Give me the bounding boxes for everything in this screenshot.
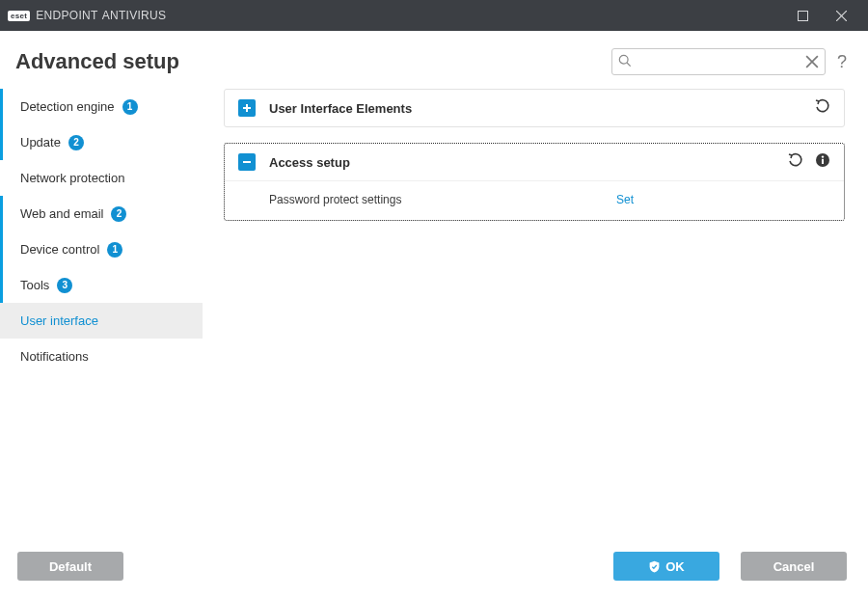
close-icon bbox=[836, 11, 847, 21]
sidebar-badge: 1 bbox=[122, 99, 138, 115]
brand-name: ENDPOINT bbox=[36, 9, 97, 22]
plus-icon bbox=[241, 102, 253, 114]
revert-button[interactable] bbox=[788, 152, 803, 172]
titlebar: eset ENDPOINT ANTIVIRUS bbox=[0, 0, 868, 31]
search-clear-button[interactable] bbox=[805, 55, 819, 72]
sidebar-item-network-protection[interactable]: Network protection bbox=[0, 160, 203, 196]
svg-line-4 bbox=[627, 63, 631, 67]
svg-point-3 bbox=[619, 55, 628, 64]
panel-header-ui-elements[interactable]: User Interface Elements bbox=[225, 90, 844, 126]
panel-ui-elements: User Interface Elements bbox=[224, 89, 845, 127]
button-label: Cancel bbox=[773, 559, 815, 574]
help-button[interactable]: ? bbox=[837, 52, 847, 72]
undo-icon bbox=[788, 152, 803, 168]
sidebar-badge: 3 bbox=[57, 278, 72, 293]
minus-icon bbox=[241, 156, 253, 168]
maximize-icon bbox=[798, 11, 808, 21]
search-input[interactable] bbox=[612, 49, 825, 74]
sidebar-item-label: Network protection bbox=[20, 171, 124, 185]
panel-body-access-setup: Password protect settings Set bbox=[225, 180, 844, 220]
sidebar-item-notifications[interactable]: Notifications bbox=[0, 339, 203, 374]
button-label: OK bbox=[665, 559, 685, 574]
search-box[interactable] bbox=[611, 48, 826, 75]
info-button[interactable] bbox=[815, 152, 830, 172]
shield-icon bbox=[648, 560, 661, 573]
sidebar-item-label: Tools bbox=[20, 278, 49, 292]
sidebar-item-update[interactable]: Update 2 bbox=[0, 124, 203, 160]
sidebar-badge: 1 bbox=[107, 242, 122, 258]
button-label: Default bbox=[49, 559, 92, 574]
footer: Default OK Cancel bbox=[0, 538, 868, 598]
sidebar-item-label: User interface bbox=[20, 313, 98, 328]
window-maximize-button[interactable] bbox=[783, 0, 822, 31]
panel-title: Access setup bbox=[269, 155, 776, 170]
brand-badge: eset bbox=[8, 11, 30, 21]
page-title: Advanced setup bbox=[15, 49, 611, 74]
sidebar-item-label: Device control bbox=[20, 242, 99, 257]
sidebar-item-label: Detection engine bbox=[20, 99, 115, 114]
sidebar: Detection engine 1 Update 2 Network prot… bbox=[0, 85, 203, 538]
sidebar-item-tools[interactable]: Tools 3 bbox=[0, 267, 203, 303]
main-content: User Interface Elements Access setup bbox=[203, 85, 868, 538]
window-close-button[interactable] bbox=[822, 0, 860, 31]
header-row: Advanced setup ? bbox=[0, 31, 868, 85]
cancel-button[interactable]: Cancel bbox=[741, 552, 847, 581]
svg-rect-0 bbox=[798, 11, 807, 20]
sidebar-item-user-interface[interactable]: User interface bbox=[0, 303, 203, 339]
set-password-link[interactable]: Set bbox=[616, 193, 634, 206]
sidebar-item-label: Web and email bbox=[20, 206, 103, 221]
setting-label: Password protect settings bbox=[269, 193, 616, 206]
setting-row-password-protect: Password protect settings Set bbox=[269, 193, 830, 206]
ok-button[interactable]: OK bbox=[613, 552, 719, 581]
sidebar-item-label: Update bbox=[20, 135, 61, 150]
svg-point-11 bbox=[822, 155, 824, 157]
default-button[interactable]: Default bbox=[17, 552, 123, 581]
revert-button[interactable] bbox=[815, 98, 830, 118]
sidebar-item-device-control[interactable]: Device control 1 bbox=[0, 231, 203, 267]
brand-product: ANTIVIRUS bbox=[102, 9, 167, 22]
panel-access-setup: Access setup Password protect settings S… bbox=[224, 143, 845, 221]
expand-button[interactable] bbox=[238, 99, 256, 117]
search-icon bbox=[618, 54, 632, 71]
sidebar-item-web-and-email[interactable]: Web and email 2 bbox=[0, 196, 203, 231]
info-icon bbox=[815, 152, 830, 168]
sidebar-item-detection-engine[interactable]: Detection engine 1 bbox=[0, 89, 203, 124]
sidebar-badge: 2 bbox=[68, 135, 84, 150]
sidebar-badge: 2 bbox=[111, 206, 126, 222]
collapse-button[interactable] bbox=[238, 153, 256, 171]
x-icon bbox=[805, 55, 819, 68]
undo-icon bbox=[815, 98, 830, 114]
panel-title: User Interface Elements bbox=[269, 101, 803, 116]
sidebar-item-label: Notifications bbox=[20, 349, 89, 364]
svg-rect-12 bbox=[822, 159, 824, 164]
panel-header-access-setup[interactable]: Access setup bbox=[225, 144, 844, 180]
